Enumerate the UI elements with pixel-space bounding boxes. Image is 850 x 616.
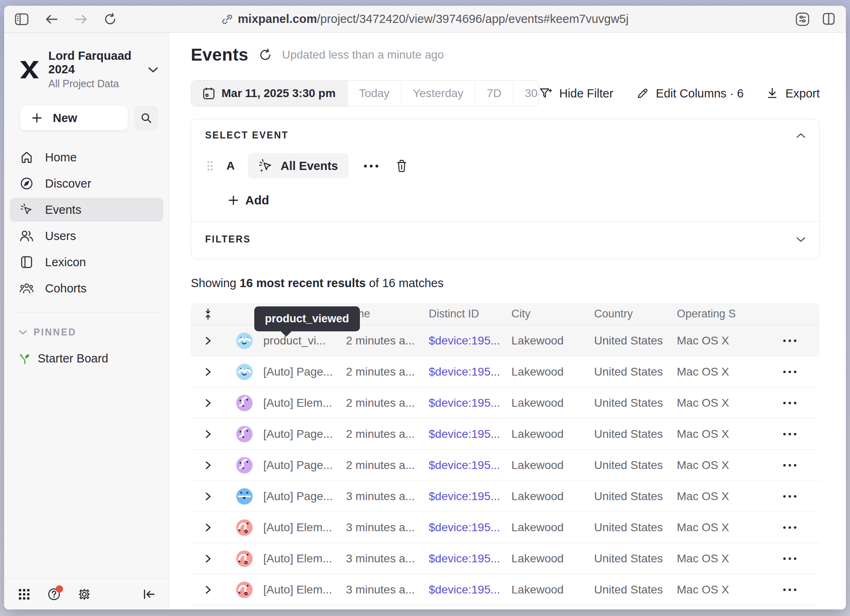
row-expand-chevron-icon[interactable] <box>191 523 225 532</box>
row-actions-menu[interactable] <box>760 526 820 529</box>
page-settings-icon[interactable] <box>795 12 810 26</box>
row-expand-chevron-icon[interactable] <box>191 460 225 470</box>
os-cell: Mac OS X <box>677 583 760 596</box>
row-expand-chevron-icon[interactable] <box>191 336 225 346</box>
apps-grid-icon[interactable] <box>18 588 30 600</box>
sidebar-item-users[interactable]: Users <box>10 224 163 248</box>
discover-icon <box>20 177 34 190</box>
distinct-id-link[interactable]: $device:195... <box>429 428 511 441</box>
event-name-cell[interactable]: product_vi... <box>263 334 346 347</box>
row-expand-chevron-icon[interactable] <box>191 367 225 377</box>
sidebar-item-lexicon[interactable]: Lexicon <box>10 250 163 274</box>
column-header-distinct-id[interactable]: Distinct ID <box>429 308 511 320</box>
table-row[interactable]: [Auto] Elem... 2 minutes a... $device:19… <box>191 387 820 419</box>
distinct-id-link[interactable]: $device:195... <box>429 396 511 410</box>
column-header-country[interactable]: Country <box>594 308 677 320</box>
event-name-cell[interactable]: [Auto] Elem... <box>263 396 346 410</box>
row-actions-menu[interactable] <box>760 371 820 373</box>
row-actions-menu[interactable] <box>760 340 820 342</box>
sidebar-item-events[interactable]: Events <box>10 198 163 222</box>
sidebar-toggle-icon[interactable] <box>15 13 29 25</box>
table-row[interactable]: [Auto] Page... 2 minutes a... $device:19… <box>191 356 820 387</box>
row-expand-chevron-icon[interactable] <box>191 585 225 595</box>
export-button[interactable]: Export <box>766 87 820 100</box>
range-30d[interactable]: 30D <box>513 81 539 106</box>
sidebar-item-discover[interactable]: Discover <box>10 172 163 195</box>
event-name-cell[interactable]: [Auto] Elem... <box>263 521 346 534</box>
table-row[interactable]: [Auto] Elem... 3 minutes a... $device:19… <box>191 543 820 574</box>
row-expand-chevron-icon[interactable] <box>191 491 225 501</box>
range-today[interactable]: Today <box>348 81 402 106</box>
event-avatar <box>225 550 263 567</box>
column-header-city[interactable]: City <box>511 308 594 320</box>
row-actions-menu[interactable] <box>760 433 820 435</box>
table-row[interactable]: [Auto] Page... 2 minutes a... $device:19… <box>191 419 820 450</box>
row-actions-menu[interactable] <box>760 589 820 591</box>
sidebar-item-cohorts[interactable]: Cohorts <box>10 276 163 300</box>
distinct-id-link[interactable]: $device:195... <box>429 583 511 596</box>
event-name-cell[interactable]: [Auto] Page... <box>263 428 346 441</box>
time-cell: 2 minutes a... <box>346 459 429 472</box>
trash-icon[interactable] <box>396 159 408 173</box>
row-actions-menu[interactable] <box>760 557 820 560</box>
pinned-section-header[interactable]: PINNED <box>4 313 169 338</box>
distinct-id-link[interactable]: $device:195... <box>429 459 511 472</box>
distinct-id-link[interactable]: $device:195... <box>429 365 511 378</box>
add-event-button[interactable]: Add <box>228 193 805 207</box>
table-row[interactable]: [Auto] Elem... 4 minutes a... $device:19… <box>191 605 820 609</box>
browser-toolbar: mixpanel.com/project/3472420/view/397469… <box>4 6 846 33</box>
range-yesterday[interactable]: Yesterday <box>401 81 475 106</box>
table-row[interactable]: [Auto] Elem... 3 minutes a... $device:19… <box>191 574 820 605</box>
distinct-id-link[interactable]: $device:195... <box>429 334 511 347</box>
event-name-cell[interactable]: [Auto] Page... <box>263 365 346 378</box>
table-row[interactable]: [Auto] Page... 3 minutes a... $device:19… <box>191 481 820 512</box>
row-actions-menu[interactable] <box>760 402 820 404</box>
all-events-chip[interactable]: All Events <box>248 153 348 179</box>
edit-columns-button[interactable]: Edit Columns · 6 <box>636 87 744 100</box>
row-expand-chevron-icon[interactable] <box>191 429 225 439</box>
sidebar-item-home[interactable]: Home <box>10 145 163 169</box>
sidebar-item-starter-board[interactable]: Starter Board <box>4 338 169 365</box>
event-name-cell[interactable]: [Auto] Elem... <box>263 583 346 596</box>
distinct-id-link[interactable]: $device:195... <box>429 552 511 565</box>
seedling-icon <box>19 353 31 365</box>
range-7d[interactable]: 7D <box>475 81 513 106</box>
distinct-id-link[interactable]: $device:195... <box>429 490 511 503</box>
back-button-icon[interactable] <box>45 14 58 25</box>
pencil-icon <box>636 87 649 100</box>
date-picker-button[interactable]: Mar 11, 2025 3:30 pm <box>191 81 348 106</box>
os-cell: Mac OS X <box>677 428 760 441</box>
event-name-cell[interactable]: [Auto] Elem... <box>263 552 346 565</box>
event-avatar <box>225 426 263 442</box>
event-name-cell[interactable]: [Auto] Page... <box>263 490 346 503</box>
date-range-control: Mar 11, 2025 3:30 pm Today Yesterday 7D … <box>191 80 539 106</box>
row-actions-menu[interactable] <box>760 464 820 467</box>
event-name-cell[interactable]: [Auto] Page... <box>263 459 346 472</box>
table-row[interactable]: [Auto] Page... 2 minutes a... $device:19… <box>191 450 820 481</box>
collapse-sidebar-icon[interactable] <box>143 589 155 600</box>
address-bar[interactable]: mixpanel.com/project/3472420/view/397469… <box>222 6 628 32</box>
collapse-rows-icon[interactable] <box>191 308 225 320</box>
event-avatar <box>225 395 263 411</box>
settings-gear-icon[interactable] <box>78 588 91 601</box>
new-button[interactable]: New <box>20 105 128 131</box>
hide-filter-button[interactable]: Hide Filter <box>539 87 613 100</box>
column-header-os[interactable]: Operating S <box>677 308 760 320</box>
select-event-header[interactable]: SELECT EVENT <box>205 130 805 141</box>
time-cell: 2 minutes a... <box>346 428 429 441</box>
distinct-id-link[interactable]: $device:195... <box>429 521 511 534</box>
row-actions-menu[interactable] <box>760 495 820 498</box>
table-row[interactable]: [Auto] Elem... 3 minutes a... $device:19… <box>191 512 820 543</box>
events-table: Time Distinct ID City Country Operating … <box>191 303 820 609</box>
help-button[interactable] <box>47 588 61 601</box>
event-more-options-button[interactable] <box>364 165 378 168</box>
split-view-icon[interactable] <box>822 12 835 26</box>
project-switcher[interactable]: Lord Farquaad 2024 All Project Data <box>4 45 169 94</box>
refresh-results-icon[interactable] <box>259 48 271 61</box>
row-expand-chevron-icon[interactable] <box>191 398 225 408</box>
search-button[interactable] <box>134 106 158 130</box>
refresh-button-icon[interactable] <box>104 13 116 26</box>
drag-handle-icon[interactable] <box>207 160 213 172</box>
filters-header[interactable]: FILTERS <box>205 234 805 245</box>
row-expand-chevron-icon[interactable] <box>191 554 225 564</box>
